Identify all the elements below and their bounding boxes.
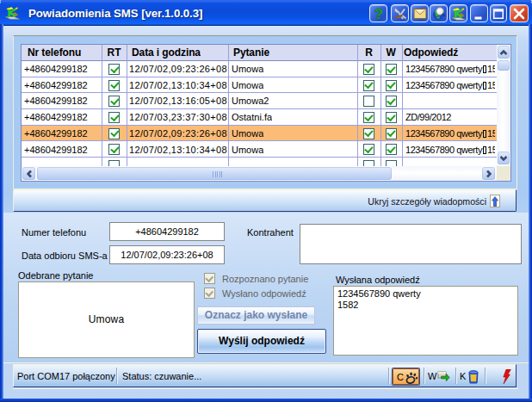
svg-text:?: ? — [374, 6, 382, 21]
